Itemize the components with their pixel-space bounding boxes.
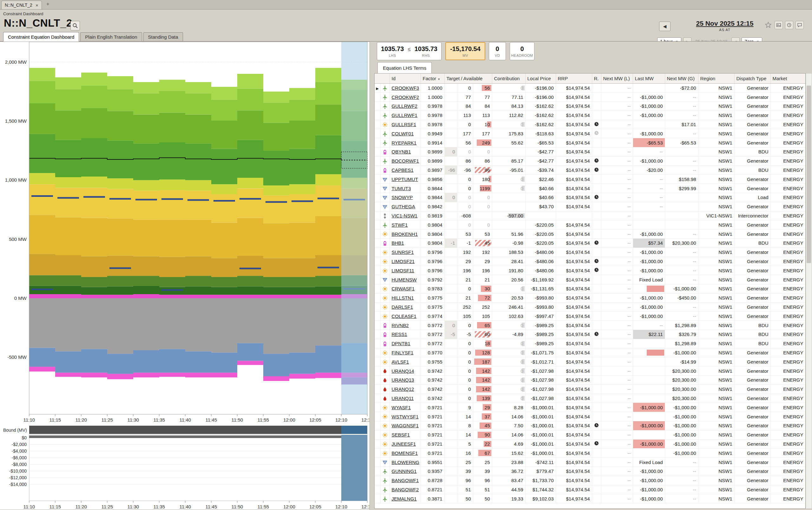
table-row[interactable]: RESS10.9772-5-560-4.89-$989.25$14,974.54… — [375, 330, 805, 339]
table-row[interactable]: SUNRSF10.9796192192188.53-$480.06$14,974… — [375, 247, 805, 257]
table-row[interactable]: GULLRSF10.99780100-$162.62$14,974.54--$1… — [375, 120, 805, 129]
as-at-datetime[interactable]: 25 Nov 2025 12:15 AS AT — [679, 20, 771, 32]
unit-id-link[interactable]: SEBSF1 — [392, 432, 410, 438]
col-region[interactable]: Region — [698, 73, 734, 83]
table-row[interactable]: JEMALNG10.3871505019.33$9,102.03$14,974.… — [375, 494, 805, 503]
tab-plain-english-translation[interactable]: Plain English Translation — [80, 32, 142, 41]
table-row[interactable]: AVLSF10.975501870-$1,012.71$14,974.54---… — [375, 357, 805, 366]
table-row[interactable]: RYEPARK10.99145624955.62-$65.53$14,974.5… — [375, 138, 805, 147]
tab-standing-data[interactable]: Standing Data — [143, 32, 183, 41]
unit-id-link[interactable]: LIMOSF11 — [392, 268, 414, 273]
vd-box[interactable]: 0 VD — [489, 42, 506, 60]
col-id[interactable]: Id — [389, 73, 420, 83]
col-rrp[interactable]: RRP — [556, 73, 592, 83]
unit-id-link[interactable]: JUNEESF1 — [392, 441, 416, 447]
unit-id-link[interactable]: WYASF1 — [392, 405, 411, 410]
unit-id-link[interactable]: GUNNING1 — [392, 469, 417, 474]
unit-id-link[interactable]: COLEASF1 — [392, 313, 416, 319]
table-row[interactable]: BROKENH10.9804535351.96-$220.05$14,974.5… — [375, 230, 805, 239]
scrollbar-thumb[interactable] — [807, 86, 811, 263]
table-row[interactable]: GULLRWF10.9978113113112.82-$162.62$14,97… — [375, 111, 805, 120]
window-tab[interactable]: N::N_CNLT_2 × — [1, 1, 42, 9]
new-tab-button[interactable]: + — [44, 1, 52, 8]
table-row[interactable]: WSTWYSF10.9721143714.06-$1,000.01$14,974… — [375, 412, 805, 421]
unit-id-link[interactable]: GULLRWF2 — [392, 103, 417, 109]
unit-id-link[interactable]: GULLRWF1 — [392, 113, 417, 118]
unit-id-link[interactable]: BHB1 — [392, 240, 404, 246]
unit-id-link[interactable]: DPNTB1 — [392, 341, 410, 346]
table-row[interactable]: BHB10.9804-1-145-0.98-$220.05$14,974.54-… — [375, 239, 805, 248]
table-row[interactable]: CAPBES10.9897-96-9696-95.01-$39.74$14,97… — [375, 166, 805, 175]
table-row[interactable]: LIMOSF110.9796196196191.80-$480.06$14,97… — [375, 266, 805, 275]
table-row[interactable]: WAGGNSF10.97218457.50-$1,000.01$14,974.5… — [375, 421, 805, 430]
table-row[interactable]: WYASF10.97219298.28-$1,000.01$14,974.54-… — [375, 403, 805, 412]
unit-id-link[interactable]: CROOKWF2 — [392, 94, 419, 100]
headroom-box[interactable]: 0 HEADROOM — [510, 42, 534, 60]
col-last-mw[interactable]: Last MW — [633, 73, 665, 83]
tab-constraint-equation-dashboard[interactable]: Constraint Equation Dashboard — [3, 32, 79, 41]
table-row[interactable]: UPPTUMUT0.985601800$22.46$14,974.54----$… — [375, 175, 805, 184]
favourite-star-icon[interactable] — [764, 21, 772, 29]
unit-id-link[interactable]: GUTHEGA — [392, 204, 415, 209]
screenshot-icon[interactable] — [775, 21, 783, 29]
unit-id-link[interactable]: URANQ12 — [392, 386, 414, 392]
search-button[interactable] — [70, 21, 80, 30]
unit-id-link[interactable]: VIC1-NSW1 — [392, 213, 418, 218]
table-scrollbar[interactable] — [806, 73, 812, 509]
col-contribution[interactable]: Contribution — [492, 73, 525, 83]
unit-id-link[interactable]: BROKENH1 — [392, 231, 418, 237]
feedback-comment-icon[interactable] — [795, 21, 804, 29]
table-row[interactable]: BLOWERNG0.9551252523.88-$742.11$14,974.5… — [375, 458, 805, 467]
table-row[interactable]: TUMUT30.9844011990$40.66$14,974.54----$2… — [375, 184, 805, 193]
unit-id-link[interactable]: HUMENSW — [392, 277, 417, 282]
table-row[interactable]: COLEASF10.9774105105102.63-$997.47$14,97… — [375, 311, 805, 321]
table-row[interactable]: RIVNB20.977200650-$989.25$14,974.54----$… — [375, 321, 805, 330]
table-row[interactable]: BANGOWF20.8721515144.59$1,744.32$14,974.… — [375, 485, 805, 494]
unit-id-link[interactable]: FINLYSF1 — [392, 350, 414, 355]
table-row[interactable]: GULLRWF20.9978848484.13-$162.62$14,974.5… — [375, 102, 805, 111]
table-row[interactable]: FINLYSF10.977001280-$1,071.75$14,974.54-… — [375, 348, 805, 357]
unit-id-link[interactable]: DARLSF1 — [392, 304, 413, 310]
table-row[interactable]: QBYNB10.9899000-$42.77$14,974.54----NSW1… — [375, 147, 805, 157]
close-tab-icon[interactable]: × — [35, 3, 38, 8]
unit-id-link[interactable]: RIVNB2 — [392, 323, 409, 328]
unit-id-link[interactable]: SUNRSF1 — [392, 249, 414, 255]
unit-id-link[interactable]: URANQ11 — [392, 396, 414, 401]
unit-id-link[interactable]: BOMENSF1 — [392, 450, 418, 456]
table-row[interactable]: ▶CROOKWF31.00000560-$196.00$14,974.54---… — [375, 83, 805, 93]
table-row[interactable]: STWF10.980400-$220.05$14,974.54--NSW1Gen… — [375, 220, 805, 230]
datetime-label[interactable]: 25 Nov 2025 12:15 — [679, 20, 771, 27]
unit-id-link[interactable]: AVLSF1 — [392, 359, 409, 364]
table-row[interactable]: COLWF010.9949177177175.83-$118.63$14,974… — [375, 129, 805, 138]
table-row[interactable]: GUNNING10.9357393936.72$779.47$14,974.54… — [375, 467, 805, 476]
table-row[interactable]: URANQ110.974201390-$1,027.98$14,974.54--… — [375, 394, 805, 403]
table-row[interactable]: GUTHEGA0.984200$43.70$14,974.54----NSW1G… — [375, 202, 805, 211]
unit-id-link[interactable]: SNOWYP — [392, 194, 413, 200]
table-row[interactable]: SNOWYP0.9844000$40.66$14,974.54----NSW1L… — [375, 193, 805, 202]
unit-id-link[interactable]: LIMOSF21 — [392, 259, 415, 264]
table-row[interactable]: JUNEESF10.97215224.69-$1,000.01$14,974.5… — [375, 439, 805, 449]
unit-id-link[interactable]: STWF1 — [392, 222, 408, 228]
unit-id-link[interactable]: URANQ13 — [392, 377, 414, 383]
unit-id-link[interactable]: BANGOWF1 — [392, 478, 419, 483]
table-row[interactable]: BOMENSF10.9721166715.62-$1,000.01$14,974… — [375, 449, 805, 458]
table-row[interactable]: VIC1-NSW10.9819-608-597.00--VIC1-NSW1Int… — [375, 211, 805, 220]
unit-id-link[interactable]: BOCORWF1 — [392, 158, 419, 163]
unit-id-link[interactable]: QBYNB1 — [392, 149, 411, 154]
col-next-mw-g[interactable]: Next MW (G) — [665, 73, 698, 83]
table-row[interactable]: DPNTB10.97720180-$989.25$14,974.54--$1,2… — [375, 339, 805, 348]
unit-id-link[interactable]: TUMUT3 — [392, 186, 411, 191]
table-row[interactable]: HUMENSW0.9792212120.56-$1,169.92$14,974.… — [375, 275, 805, 284]
unit-id-link[interactable]: BANGOWF2 — [392, 487, 419, 492]
unit-id-link[interactable]: RYEPARK1 — [392, 140, 417, 146]
table-row[interactable]: CROOKWF21.0000777777.11-$196.00$14,974.5… — [375, 93, 805, 102]
table-row[interactable]: URANQ130.974201420-$1,027.98$14,974.54--… — [375, 376, 805, 385]
unit-id-link[interactable]: RESS1 — [392, 332, 407, 337]
pane-splitter[interactable] — [370, 41, 374, 510]
col-next-mw-l[interactable]: Next MW (L) — [601, 73, 633, 83]
unit-id-link[interactable]: CROOKWF3 — [392, 85, 419, 91]
table-row[interactable]: URANQ120.974201420-$1,027.98$14,974.54--… — [375, 385, 805, 394]
table-row[interactable]: BANGOWF10.8728969683.47$1,733.70$14,974.… — [375, 476, 805, 485]
unit-id-link[interactable]: GULLRSF1 — [392, 122, 416, 127]
table-row[interactable]: DARLSF10.9775252252246.41-$993.80$14,974… — [375, 302, 805, 311]
